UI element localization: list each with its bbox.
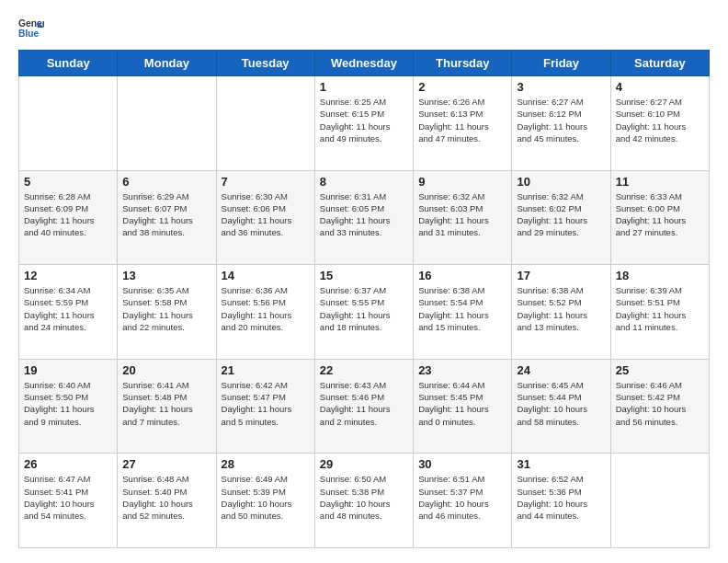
calendar-cell: 27Sunrise: 6:48 AM Sunset: 5:40 PM Dayli… — [118, 454, 216, 548]
calendar-cell: 21Sunrise: 6:42 AM Sunset: 5:47 PM Dayli… — [216, 359, 314, 454]
calendar-cell: 25Sunrise: 6:46 AM Sunset: 5:42 PM Dayli… — [610, 359, 709, 454]
cell-info: Sunrise: 6:50 AM Sunset: 5:38 PM Dayligh… — [320, 473, 408, 522]
cell-info: Sunrise: 6:43 AM Sunset: 5:46 PM Dayligh… — [320, 379, 408, 428]
cell-info: Sunrise: 6:30 AM Sunset: 6:06 PM Dayligh… — [222, 190, 310, 239]
day-number: 11 — [616, 175, 704, 189]
day-number: 23 — [418, 363, 506, 377]
calendar-cell — [19, 76, 118, 171]
calendar-cell: 31Sunrise: 6:52 AM Sunset: 5:36 PM Dayli… — [512, 454, 610, 548]
week-row-3: 12Sunrise: 6:34 AM Sunset: 5:59 PM Dayli… — [19, 265, 710, 360]
calendar-cell — [118, 76, 216, 171]
calendar-cell: 8Sunrise: 6:31 AM Sunset: 6:05 PM Daylig… — [314, 170, 413, 265]
cell-info: Sunrise: 6:27 AM Sunset: 6:10 PM Dayligh… — [616, 96, 704, 144]
cell-info: Sunrise: 6:36 AM Sunset: 5:56 PM Dayligh… — [222, 284, 310, 333]
weekday-header-wednesday: Wednesday — [314, 51, 413, 76]
calendar-cell: 16Sunrise: 6:38 AM Sunset: 5:54 PM Dayli… — [414, 265, 512, 360]
svg-text:Blue: Blue — [18, 29, 40, 39]
logo-icon: General Blue — [18, 15, 44, 40]
weekday-header-thursday: Thursday — [414, 51, 512, 76]
calendar-cell: 26Sunrise: 6:47 AM Sunset: 5:41 PM Dayli… — [19, 454, 118, 548]
cell-info: Sunrise: 6:51 AM Sunset: 5:37 PM Dayligh… — [418, 473, 506, 522]
calendar-cell: 4Sunrise: 6:27 AM Sunset: 6:10 PM Daylig… — [610, 76, 709, 171]
calendar-cell: 14Sunrise: 6:36 AM Sunset: 5:56 PM Dayli… — [216, 265, 314, 360]
calendar-cell: 19Sunrise: 6:40 AM Sunset: 5:50 PM Dayli… — [19, 359, 118, 454]
week-row-4: 19Sunrise: 6:40 AM Sunset: 5:50 PM Dayli… — [19, 359, 710, 454]
day-number: 15 — [320, 269, 408, 282]
calendar-cell: 30Sunrise: 6:51 AM Sunset: 5:37 PM Dayli… — [414, 454, 512, 548]
cell-info: Sunrise: 6:42 AM Sunset: 5:47 PM Dayligh… — [222, 379, 310, 428]
day-number: 29 — [320, 457, 408, 471]
day-number: 28 — [222, 457, 310, 471]
cell-info: Sunrise: 6:28 AM Sunset: 6:09 PM Dayligh… — [24, 190, 112, 239]
cell-info: Sunrise: 6:52 AM Sunset: 5:36 PM Dayligh… — [517, 473, 605, 522]
cell-info: Sunrise: 6:45 AM Sunset: 5:44 PM Dayligh… — [517, 379, 605, 428]
weekday-header-friday: Friday — [512, 51, 610, 76]
cell-info: Sunrise: 6:48 AM Sunset: 5:40 PM Dayligh… — [122, 473, 210, 522]
cell-info: Sunrise: 6:38 AM Sunset: 5:52 PM Dayligh… — [517, 284, 605, 333]
day-number: 21 — [222, 363, 310, 377]
calendar-cell: 13Sunrise: 6:35 AM Sunset: 5:58 PM Dayli… — [118, 265, 216, 360]
calendar-cell: 24Sunrise: 6:45 AM Sunset: 5:44 PM Dayli… — [512, 359, 610, 454]
calendar-cell: 15Sunrise: 6:37 AM Sunset: 5:55 PM Dayli… — [314, 265, 413, 360]
cell-info: Sunrise: 6:34 AM Sunset: 5:59 PM Dayligh… — [24, 284, 112, 333]
calendar-cell: 12Sunrise: 6:34 AM Sunset: 5:59 PM Dayli… — [19, 265, 118, 360]
cell-info: Sunrise: 6:26 AM Sunset: 6:13 PM Dayligh… — [418, 96, 506, 144]
day-number: 13 — [122, 269, 210, 282]
day-number: 2 — [418, 80, 506, 94]
calendar-cell: 2Sunrise: 6:26 AM Sunset: 6:13 PM Daylig… — [414, 76, 512, 171]
calendar-cell: 28Sunrise: 6:49 AM Sunset: 5:39 PM Dayli… — [216, 454, 314, 548]
day-number: 6 — [122, 175, 210, 189]
day-number: 14 — [222, 269, 310, 282]
day-number: 4 — [616, 80, 704, 94]
cell-info: Sunrise: 6:33 AM Sunset: 6:00 PM Dayligh… — [616, 190, 704, 239]
cell-info: Sunrise: 6:40 AM Sunset: 5:50 PM Dayligh… — [24, 379, 112, 428]
day-number: 19 — [24, 363, 112, 377]
calendar-cell: 18Sunrise: 6:39 AM Sunset: 5:51 PM Dayli… — [610, 265, 709, 360]
cell-info: Sunrise: 6:32 AM Sunset: 6:02 PM Dayligh… — [517, 190, 605, 239]
calendar-cell: 23Sunrise: 6:44 AM Sunset: 5:45 PM Dayli… — [414, 359, 512, 454]
day-number: 9 — [418, 175, 506, 189]
day-number: 12 — [24, 269, 112, 282]
week-row-5: 26Sunrise: 6:47 AM Sunset: 5:41 PM Dayli… — [19, 454, 710, 548]
calendar-cell: 9Sunrise: 6:32 AM Sunset: 6:03 PM Daylig… — [414, 170, 512, 265]
calendar-cell — [610, 454, 709, 548]
calendar-cell: 5Sunrise: 6:28 AM Sunset: 6:09 PM Daylig… — [19, 170, 118, 265]
day-number: 8 — [320, 175, 408, 189]
day-number: 7 — [222, 175, 310, 189]
day-number: 22 — [320, 363, 408, 377]
cell-info: Sunrise: 6:25 AM Sunset: 6:15 PM Dayligh… — [320, 96, 408, 144]
calendar-cell: 22Sunrise: 6:43 AM Sunset: 5:46 PM Dayli… — [314, 359, 413, 454]
cell-info: Sunrise: 6:38 AM Sunset: 5:54 PM Dayligh… — [418, 284, 506, 333]
calendar-cell: 1Sunrise: 6:25 AM Sunset: 6:15 PM Daylig… — [314, 76, 413, 171]
cell-info: Sunrise: 6:41 AM Sunset: 5:48 PM Dayligh… — [122, 379, 210, 428]
logo: General Blue — [18, 15, 44, 40]
day-number: 25 — [616, 363, 704, 377]
cell-info: Sunrise: 6:37 AM Sunset: 5:55 PM Dayligh… — [320, 284, 408, 333]
day-number: 31 — [517, 457, 605, 471]
day-number: 5 — [24, 175, 112, 189]
calendar-cell — [216, 76, 314, 171]
weekday-header-row: SundayMondayTuesdayWednesdayThursdayFrid… — [19, 51, 710, 76]
cell-info: Sunrise: 6:27 AM Sunset: 6:12 PM Dayligh… — [517, 96, 605, 144]
day-number: 16 — [418, 269, 506, 282]
weekday-header-saturday: Saturday — [610, 51, 709, 76]
cell-info: Sunrise: 6:44 AM Sunset: 5:45 PM Dayligh… — [418, 379, 506, 428]
calendar-cell: 11Sunrise: 6:33 AM Sunset: 6:00 PM Dayli… — [610, 170, 709, 265]
day-number: 30 — [418, 457, 506, 471]
day-number: 18 — [616, 269, 704, 282]
day-number: 27 — [122, 457, 210, 471]
calendar-cell: 29Sunrise: 6:50 AM Sunset: 5:38 PM Dayli… — [314, 454, 413, 548]
day-number: 20 — [122, 363, 210, 377]
cell-info: Sunrise: 6:46 AM Sunset: 5:42 PM Dayligh… — [616, 379, 704, 428]
header: General Blue — [18, 15, 710, 40]
weekday-header-monday: Monday — [118, 51, 216, 76]
calendar-cell: 3Sunrise: 6:27 AM Sunset: 6:12 PM Daylig… — [512, 76, 610, 171]
cell-info: Sunrise: 6:49 AM Sunset: 5:39 PM Dayligh… — [222, 473, 310, 522]
cell-info: Sunrise: 6:29 AM Sunset: 6:07 PM Dayligh… — [122, 190, 210, 239]
cell-info: Sunrise: 6:39 AM Sunset: 5:51 PM Dayligh… — [616, 284, 704, 333]
day-number: 17 — [517, 269, 605, 282]
cell-info: Sunrise: 6:32 AM Sunset: 6:03 PM Dayligh… — [418, 190, 506, 239]
weekday-header-sunday: Sunday — [19, 51, 118, 76]
page: General Blue SundayMondayTuesdayWednesda… — [0, 0, 728, 563]
calendar-cell: 17Sunrise: 6:38 AM Sunset: 5:52 PM Dayli… — [512, 265, 610, 360]
